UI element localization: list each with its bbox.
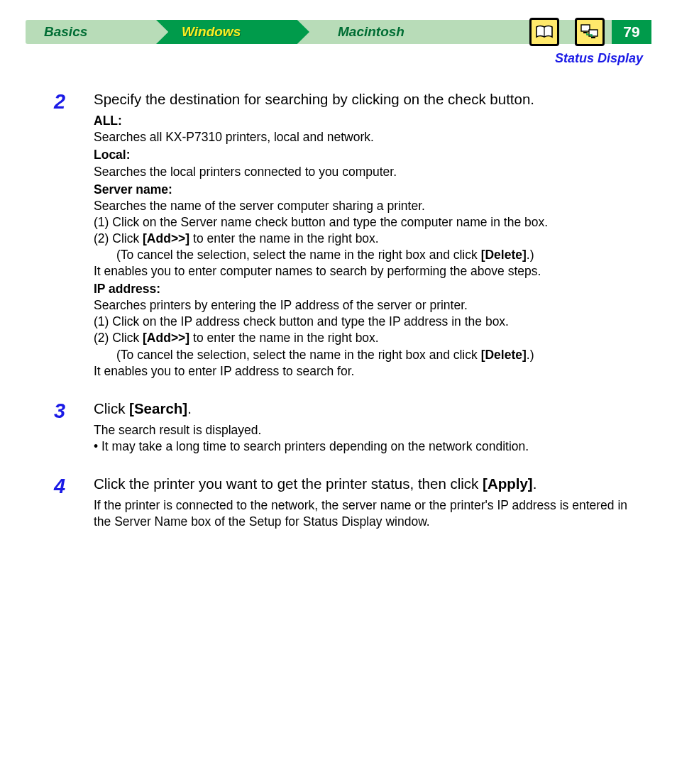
body-text: to enter the name in the right box. (189, 231, 379, 245)
body-text: (To cancel the selection, select the nam… (116, 348, 481, 362)
body-text: to enter the name in the right box. (189, 331, 379, 345)
tab-macintosh[interactable]: Macintosh (309, 20, 473, 44)
body-text: The search result is displayed. (94, 423, 261, 437)
term-all: ALL: (94, 113, 646, 129)
step-body: Click the printer you want to get the pr… (94, 475, 646, 530)
body-text: (2) Click (94, 231, 143, 245)
page-number: 79 (612, 20, 651, 44)
svg-rect-4 (591, 37, 595, 38)
step-lead: Click [Search]. (94, 399, 646, 418)
body-text: . (533, 475, 537, 492)
step-body: Specify the destination for searching by… (94, 90, 646, 380)
network-computers-icon[interactable] (575, 18, 605, 46)
step-detail: If the printer is connected to the netwo… (94, 497, 646, 530)
step-4: 4 Click the printer you want to get the … (54, 475, 646, 530)
tab-basics[interactable]: Basics (26, 20, 156, 44)
step-2: 2 Specify the destination for searching … (54, 90, 646, 380)
body-text: . (187, 400, 192, 416)
body-note: (To cancel the selection, select the nam… (94, 347, 646, 363)
body-text: .) (527, 248, 534, 262)
step-number: 3 (54, 399, 94, 455)
body-bullet: It may take a long time to search printe… (94, 439, 529, 453)
tab-bar: Basics Windows Macintosh (26, 20, 612, 44)
apply-button-label: [Apply] (483, 475, 533, 492)
top-nav: Basics Windows Macintosh (26, 20, 651, 44)
svg-rect-1 (581, 25, 590, 31)
body-text: (2) Click (94, 331, 143, 345)
body-text: Click the printer you want to get the pr… (94, 475, 483, 492)
term-server: Server name: (94, 182, 646, 198)
step-lead: Specify the destination for searching by… (94, 90, 646, 109)
body-text: If the printer is connected to the netwo… (94, 498, 627, 529)
body-note: (To cancel the selection, select the nam… (94, 247, 646, 263)
page: Basics Windows Macintosh (0, 0, 677, 579)
search-button-label: [Search] (129, 400, 187, 416)
term-ip: IP address: (94, 281, 646, 297)
step-number: 4 (54, 475, 94, 530)
add-button-label: [Add>>] (143, 331, 189, 345)
tab-windows[interactable]: Windows (156, 20, 309, 44)
nav-icons (522, 18, 612, 46)
body-text: Searches the local printers connected to… (94, 165, 397, 179)
body-text: (1) Click on the IP address check button… (94, 314, 509, 328)
step-number: 2 (54, 90, 94, 380)
add-button-label: [Add>>] (143, 231, 189, 245)
step-detail: The search result is displayed. It may t… (94, 422, 646, 455)
body-text: It enables you to enter IP address to se… (94, 364, 354, 378)
step-detail: ALL: Searches all KX-P7310 printers, loc… (94, 113, 646, 380)
body-text: Searches all KX-P7310 printers, local an… (94, 130, 374, 144)
body-text: Searches printers by entering the IP add… (94, 298, 468, 312)
body-text: It enables you to enter computer names t… (94, 264, 541, 278)
body-text: .) (527, 348, 534, 362)
body-text: (1) Click on the Server name check butto… (94, 215, 548, 229)
delete-button-label: [Delete] (481, 348, 527, 362)
book-icon[interactable] (529, 18, 559, 46)
step-body: Click [Search]. The search result is dis… (94, 399, 646, 455)
delete-button-label: [Delete] (481, 248, 527, 262)
body-text: Click (94, 400, 129, 416)
step-lead: Click the printer you want to get the pr… (94, 475, 646, 493)
content: 2 Specify the destination for searching … (26, 66, 651, 531)
term-local: Local: (94, 147, 646, 163)
body-text: (To cancel the selection, select the nam… (116, 248, 481, 262)
step-3: 3 Click [Search]. The search result is d… (54, 399, 646, 455)
body-text: Searches the name of the server computer… (94, 199, 425, 213)
breadcrumb[interactable]: Status Display (26, 44, 651, 66)
